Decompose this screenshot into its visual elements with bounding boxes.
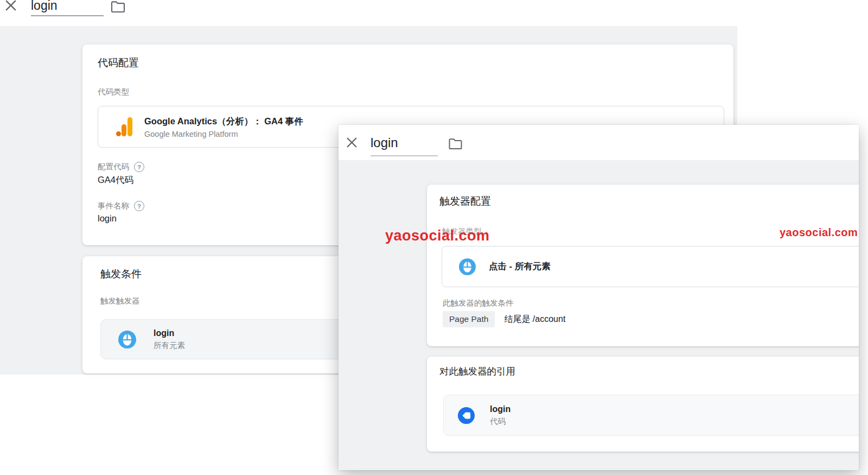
trigger-editor-panel: login 触发器配置 触发器类型 点击 - 所有元素 [339,125,859,470]
click-trigger-icon [118,331,136,349]
tag-type-label: 代码类型 [98,87,129,97]
event-name-label: 事件名称 [98,201,129,211]
reference-row[interactable]: login 代码 [443,395,859,436]
folder-icon[interactable] [109,0,126,14]
config-tag-label-row: 配置代码 ? [98,162,144,172]
screenshot-root: login 代码配置 代码类型 Google Analytics（分析）： GA… [0,0,868,475]
tag-type-name: Google Analytics（分析）： GA4 事件 [144,116,303,128]
help-icon[interactable]: ? [134,162,144,172]
condition-text: 结尾是 /account [504,314,565,325]
reference-type: 代码 [490,416,510,427]
tag-configuration-title: 代码配置 [98,56,139,70]
tag-name-input[interactable]: login [31,0,58,13]
tag-icon [458,407,475,424]
fire-condition-row: Page Path 结尾是 /account [443,311,565,327]
firing-trigger-name: login [154,328,185,338]
google-analytics-icon [116,117,132,136]
reference-name: login [490,404,510,414]
trigger-name-input[interactable]: login [371,135,398,150]
condition-variable-chip: Page Path [443,311,495,327]
tag-type-vendor: Google Marketing Platform [144,130,303,138]
watermark-text: yaosocial.com [385,227,490,244]
fire-conditions-label: 此触发器的触发条件 [443,298,514,308]
firing-trigger-type: 所有元素 [154,340,185,351]
close-icon[interactable] [3,0,18,13]
firing-triggers-label: 触发触发器 [100,296,140,306]
triggering-title: 触发条件 [100,267,142,281]
trigger-references-title: 对此触发器的引用 [439,365,515,378]
watermark-text: yaosocial.com [780,226,858,239]
config-tag-value: GA4代码 [98,174,133,186]
click-trigger-icon [459,258,476,275]
tag-name-underline [31,15,104,16]
help-icon[interactable]: ? [134,201,144,211]
trigger-type-selector[interactable]: 点击 - 所有元素 [442,246,859,287]
event-name-value: login [98,213,117,224]
close-icon[interactable] [344,135,359,150]
folder-icon[interactable] [447,137,463,150]
trigger-references-card: 对此触发器的引用 login 代码 [427,357,859,452]
trigger-type-name: 点击 - 所有元素 [489,261,551,273]
trigger-name-underline [371,155,438,156]
config-tag-label: 配置代码 [98,162,129,172]
trigger-configuration-title: 触发器配置 [439,194,491,208]
event-name-label-row: 事件名称 ? [98,201,144,211]
trigger-configuration-card: 触发器配置 触发器类型 点击 - 所有元素 此触发器的触发条件 Page Pat… [427,185,859,346]
